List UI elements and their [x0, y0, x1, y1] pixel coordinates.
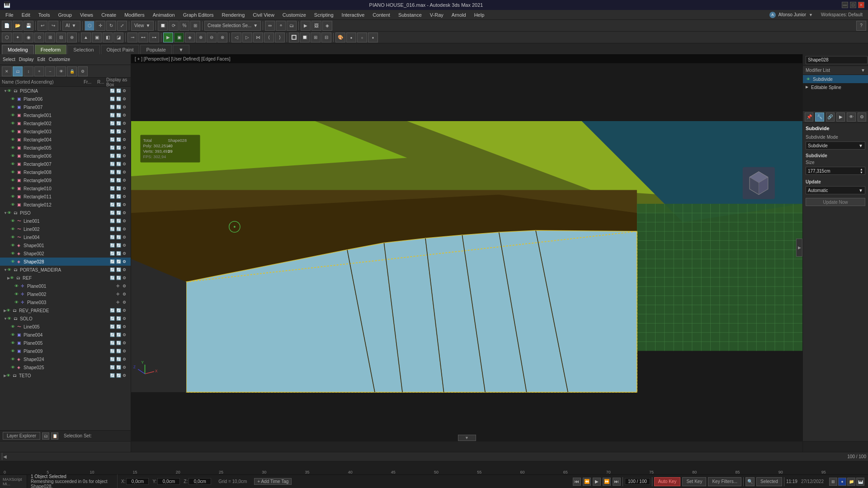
rect004-vis[interactable]: 👁	[11, 137, 17, 142]
pct-snap-btn[interactable]: %	[179, 21, 189, 31]
open-btn[interactable]: 📂	[13, 21, 23, 31]
save-btn[interactable]: 💾	[24, 21, 33, 31]
pb-next-btn[interactable]: ⏩	[603, 478, 611, 486]
tb2-btn12[interactable]: ⊷	[138, 33, 148, 42]
layer-piscina[interactable]: ▼ 👁 🗂 PISCINA 🔄 🔄 ⚙	[0, 87, 131, 95]
item-shape028[interactable]: 👁 ◈ Shape028 🔄 🔄 ⚙	[0, 258, 131, 266]
line001-cfg[interactable]: ⚙	[123, 219, 129, 223]
tb2-btn7[interactable]: ⊕	[67, 33, 77, 42]
menu-content[interactable]: Content	[369, 10, 394, 20]
rect002-cfg[interactable]: ⚙	[123, 121, 129, 126]
line002-cfg[interactable]: ⚙	[123, 227, 129, 231]
panel-bottom-icon1[interactable]: 🗂	[42, 432, 49, 440]
rect003-cfg[interactable]: ⚙	[123, 129, 129, 134]
piscina-vis-icon[interactable]: 👁	[7, 89, 14, 93]
tb2-btn4[interactable]: ⊙	[34, 33, 44, 42]
z-value[interactable]: 0,0cm	[189, 478, 211, 485]
rect005-vis[interactable]: 👁	[11, 145, 17, 150]
item-rect011[interactable]: 👁 ▣ Rectangle011 🔄 🔄 ⚙	[0, 192, 131, 201]
line004-vis[interactable]: 👁	[11, 235, 17, 239]
item-rect008[interactable]: 👁 ▣ Rectangle008 🔄 🔄 ⚙	[0, 168, 131, 176]
pb-last-btn[interactable]: ⏭	[613, 478, 621, 486]
rp-modify-icon[interactable]: 🔧	[815, 113, 824, 122]
tb2-btn23[interactable]: 🔳	[289, 33, 299, 42]
viewport-bottom-handle[interactable]: ▼	[458, 435, 476, 441]
plane005-cfg[interactable]: ⚙	[123, 341, 129, 345]
item-rect009[interactable]: 👁 ▣ Rectangle009 🔄 🔄 ⚙	[0, 176, 131, 184]
plane007-cfg[interactable]: ⚙	[123, 105, 129, 109]
tb2-btn26[interactable]: ⊟	[321, 33, 331, 42]
tab-selection[interactable]: Selection	[67, 45, 99, 54]
plane009-cfg[interactable]: ⚙	[123, 349, 129, 353]
plane005-vis[interactable]: 👁	[11, 341, 17, 345]
item-line005[interactable]: 👁 〜 Line005 🔄 🔄 ⚙	[0, 323, 131, 331]
select-obj-btn[interactable]: ⬡	[85, 21, 94, 31]
menu-tools[interactable]: Tools	[35, 10, 54, 20]
layer-piso[interactable]: ▼ 👁 🗂 PISO 🔄 🔄 ⚙	[0, 209, 131, 217]
selected-btn[interactable]: Selected	[756, 477, 782, 486]
tb2-btn21[interactable]: ⟨	[264, 33, 274, 42]
tb2-btn8[interactable]: ▲	[81, 33, 91, 42]
tb2-btn1[interactable]: ⬡	[2, 33, 12, 42]
view-dropdown[interactable]: View ▼	[131, 21, 154, 31]
piscina-collapse[interactable]: ▼	[4, 89, 7, 93]
timeline-collapse-btn[interactable]: ◀	[3, 454, 7, 459]
menu-vray[interactable]: V-Ray	[426, 10, 447, 20]
panel-close-btn[interactable]: ✕	[2, 66, 12, 76]
sb-search-btn[interactable]: 🔍	[745, 477, 755, 486]
portas-cfg[interactable]: ⚙	[123, 267, 129, 272]
plane004-cfg[interactable]: ⚙	[123, 333, 129, 337]
menu-scripting[interactable]: Scripting	[311, 10, 337, 20]
line005-vis[interactable]: 👁	[11, 324, 17, 329]
shape028-vis[interactable]: 👁	[11, 259, 17, 264]
rp-motion-icon[interactable]: ▶	[836, 113, 845, 122]
scale-btn[interactable]: ⤢	[117, 21, 127, 31]
user-name[interactable]: Afonso Junior	[778, 12, 806, 17]
panel-bottom-icon2[interactable]: 📋	[51, 432, 58, 440]
subdivide-eye-icon[interactable]: 👁	[806, 76, 811, 82]
rect012-vis[interactable]: 👁	[11, 202, 17, 207]
rect007-cfg[interactable]: ⚙	[123, 162, 129, 166]
taskbar-folder[interactable]: 📁	[847, 478, 855, 486]
update-mode-dropdown[interactable]: Automatic ▼	[806, 186, 865, 194]
maximize-button[interactable]: □	[850, 2, 856, 8]
tb2-btn6[interactable]: ⊟	[56, 33, 66, 42]
spline-expand-icon[interactable]: ▶	[806, 85, 810, 89]
solo-collapse[interactable]: ▼	[4, 317, 7, 321]
viewport[interactable]: [ + ] [Perspective] [User Defined] [Edge…	[131, 54, 802, 441]
mirror-btn[interactable]: ⇔	[265, 21, 275, 31]
item-line004[interactable]: 👁 〜 Line004 🔄 🔄 ⚙	[0, 233, 131, 241]
taskbar-3dsmax[interactable]: 🎹	[856, 478, 864, 486]
menu-civil-view[interactable]: Civil View	[249, 10, 278, 20]
item-rect005[interactable]: 👁 ▣ Rectangle005 🔄 🔄 ⚙	[0, 144, 131, 152]
plane004-vis[interactable]: 👁	[11, 333, 17, 337]
auto-key-btn[interactable]: Auto Key	[654, 477, 681, 486]
piso-cfg[interactable]: ⚙	[123, 211, 129, 215]
item-plane004[interactable]: 👁 ▣ Plane004 🔄 🔄 ⚙	[0, 331, 131, 339]
rect009-cfg[interactable]: ⚙	[123, 178, 129, 183]
line002-vis[interactable]: 👁	[11, 227, 17, 231]
item-shape001[interactable]: 👁 ◈ Shape001 🔄 🔄 ⚙	[0, 241, 131, 249]
item-plane007[interactable]: 👁 ▣ Plane007 🔄 🔄 ⚙	[0, 103, 131, 111]
tb2-btn29[interactable]: ⬦	[357, 33, 367, 42]
redo-btn[interactable]: ↪	[48, 21, 58, 31]
rect003-vis[interactable]: 👁	[11, 129, 17, 134]
tb2-btn25[interactable]: ⊞	[311, 33, 321, 42]
update-now-button[interactable]: Update Now	[806, 198, 865, 206]
item-plane001[interactable]: 👁 ✛ Plane001 ✛ ⚙	[0, 282, 131, 290]
item-plane009[interactable]: 👁 ▣ Plane009 🔄 🔄 ⚙	[0, 347, 131, 355]
ref-cfg[interactable]: ⚙	[123, 276, 129, 280]
tab-object-paint[interactable]: Object Paint	[101, 45, 140, 54]
item-line001[interactable]: 👁 〜 Line001 🔄 🔄 ⚙	[0, 217, 131, 225]
panel-add-btn[interactable]: +	[34, 66, 44, 76]
modifier-editable-spline[interactable]: ▶ Editable Spline	[803, 83, 868, 91]
shape025-cfg[interactable]: ⚙	[123, 365, 129, 370]
plane001-cfg[interactable]: ⚙	[123, 284, 129, 288]
rect007-vis[interactable]: 👁	[11, 162, 17, 166]
tb2-btn2[interactable]: ✦	[13, 33, 23, 42]
item-rect012[interactable]: 👁 ▣ Rectangle012 🔄 🔄 ⚙	[0, 201, 131, 209]
taskbar-windows[interactable]: ⊞	[829, 478, 837, 486]
rect001-cfg[interactable]: ⚙	[123, 113, 129, 117]
pb-prev-btn[interactable]: ⏪	[583, 478, 591, 486]
menu-group[interactable]: Group	[54, 10, 75, 20]
